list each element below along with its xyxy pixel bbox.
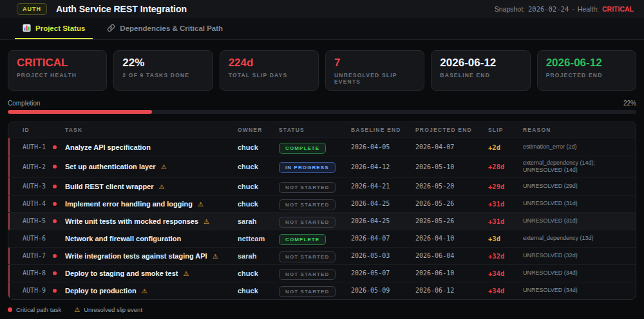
critical-dot <box>53 165 57 169</box>
stat-card: 7 UNRESOLVED SLIP EVENTS <box>325 50 424 91</box>
status-cell: NOT STARTED <box>279 284 351 297</box>
status-cell: COMPLETE <box>279 232 351 245</box>
legend-unresolved-label: Unresolved slip event <box>84 306 142 313</box>
status-cell: NOT STARTED <box>279 197 351 210</box>
projected-end: 2026-05-26 <box>415 217 488 224</box>
table-row: AUTH-6 Network and firewall configuratio… <box>8 230 636 247</box>
projected-end: 2026-06-10 <box>415 269 488 277</box>
owner: chuck <box>238 287 279 295</box>
critical-dot <box>53 254 57 258</box>
table-row: AUTH-7 Write integration tests against s… <box>8 247 636 264</box>
reason: UNRESOLVED (34d) <box>523 286 636 295</box>
status-cell: IN PROGRESS <box>279 160 351 173</box>
stat-card: 22% 2 OF 9 TASKS DONE <box>113 50 213 91</box>
task-title: Set up authentication layer <box>65 163 156 170</box>
tab-project-status[interactable]: Project Status <box>15 18 93 39</box>
status-badge: IN PROGRESS <box>279 162 336 173</box>
slip: +34d <box>488 287 523 295</box>
legend: Critical path task ⚠ Unresolved slip eve… <box>8 306 636 313</box>
table-header-row: IDTASKOWNERSTATUSBASELINE ENDPROJECTED E… <box>8 122 636 138</box>
owner: chuck <box>238 200 279 208</box>
warning-icon: ⚠ <box>74 306 80 313</box>
tab-bar: Project Status Dependencies & Critical P… <box>0 18 644 40</box>
stat-card: 2026-06-12 PROJECTED END <box>537 50 636 91</box>
tab-dependencies[interactable]: Dependencies & Critical Path <box>99 18 231 39</box>
projected-end: 2026-05-10 <box>415 163 488 170</box>
tab-label: Project Status <box>35 24 85 32</box>
stats-row: CRITICAL PROJECT HEALTH 22% 2 OF 9 TASKS… <box>8 50 636 91</box>
task-title: Implement error handling and logging <box>65 200 193 208</box>
owner: sarah <box>238 217 279 225</box>
stat-value: CRITICAL <box>17 57 98 69</box>
id-cell: AUTH-3 <box>8 183 65 190</box>
stat-label: BASELINE END <box>440 72 521 78</box>
column-header: OWNER <box>238 122 279 138</box>
task-id: AUTH-1 <box>23 143 46 150</box>
stat-label: UNRESOLVED SLIP EVENTS <box>334 72 415 85</box>
status-badge: NOT STARTED <box>279 269 336 280</box>
stat-card: 224d TOTAL SLIP DAYS <box>220 50 319 91</box>
table-row: AUTH-2 Set up authentication layer ⚠ chu… <box>8 156 636 178</box>
owner: sarah <box>238 252 279 260</box>
owner: netteam <box>238 235 279 242</box>
reason: external_dependency (13d) <box>523 233 636 243</box>
health-label: Health: <box>578 5 599 13</box>
warning-icon: ⚠ <box>198 201 204 208</box>
task-title: Build REST client wrapper <box>65 183 154 190</box>
baseline-end: 2026-04-25 <box>351 200 415 207</box>
critical-dot <box>53 185 57 188</box>
reason: UNRESOLVED (31d) <box>523 199 636 208</box>
stat-card: 2026-06-12 BASELINE END <box>431 50 530 91</box>
id-cell: AUTH-2 <box>8 163 65 170</box>
stat-card: CRITICAL PROJECT HEALTH <box>8 50 107 91</box>
task-title: Deploy to staging and smoke test <box>65 269 178 277</box>
id-cell: AUTH-8 <box>8 269 65 277</box>
task-cell: Deploy to production ⚠ <box>65 287 238 295</box>
status-badge: NOT STARTED <box>279 217 336 228</box>
task-id: AUTH-2 <box>23 163 46 170</box>
status-cell: COMPLETE <box>279 141 351 154</box>
projected-end: 2026-04-07 <box>415 143 488 150</box>
baseline-end: 2026-05-03 <box>351 252 415 259</box>
column-header: REASON <box>523 122 636 138</box>
progress-fill <box>8 110 152 114</box>
warning-icon: ⚠ <box>142 287 147 295</box>
id-cell: AUTH-6 <box>8 235 65 242</box>
stat-label: PROJECT HEALTH <box>17 72 98 78</box>
reason: estimation_error (2d) <box>523 142 636 152</box>
page-title: Auth Service REST Integration <box>56 4 187 14</box>
link-icon <box>107 24 115 32</box>
progress-label: Completion <box>8 100 41 107</box>
task-cell: Deploy to staging and smoke test ⚠ <box>65 269 238 277</box>
header-meta: Snapshot: 2026-02-24 · Health: CRITICAL <box>495 5 634 13</box>
critical-dot <box>53 219 57 223</box>
legend-unresolved: ⚠ Unresolved slip event <box>74 306 142 313</box>
slip: +29d <box>488 183 523 190</box>
tab-label: Dependencies & Critical Path <box>120 24 223 32</box>
owner: chuck <box>238 143 279 151</box>
baseline-end: 2026-04-07 <box>351 235 415 242</box>
slip: +28d <box>488 163 523 170</box>
column-header: TASK <box>65 122 238 138</box>
status-cell: NOT STARTED <box>279 180 351 193</box>
stat-label: 2 OF 9 TASKS DONE <box>122 72 204 78</box>
stat-value: 224d <box>229 57 310 69</box>
task-cell: Build REST client wrapper ⚠ <box>65 183 238 190</box>
status-badge: NOT STARTED <box>279 286 336 297</box>
task-id: AUTH-4 <box>23 200 46 207</box>
column-header: ID <box>8 122 65 138</box>
reason: UNRESOLVED (31d) <box>523 216 636 226</box>
task-cell: Network and firewall configuration ⚠ <box>65 235 238 242</box>
baseline-end: 2026-04-21 <box>351 183 415 190</box>
task-title: Write unit tests with mocked responses <box>65 217 198 225</box>
owner: chuck <box>238 163 279 170</box>
status-badge: NOT STARTED <box>279 199 336 210</box>
baseline-end: 2026-04-05 <box>351 143 415 150</box>
warning-icon: ⚠ <box>159 183 165 190</box>
task-id: AUTH-3 <box>23 183 46 190</box>
critical-dot <box>53 145 57 149</box>
table-row: AUTH-8 Deploy to staging and smoke test … <box>8 264 636 282</box>
slip: +32d <box>488 252 523 260</box>
status-badge: NOT STARTED <box>279 182 336 193</box>
id-cell: AUTH-5 <box>8 217 65 224</box>
